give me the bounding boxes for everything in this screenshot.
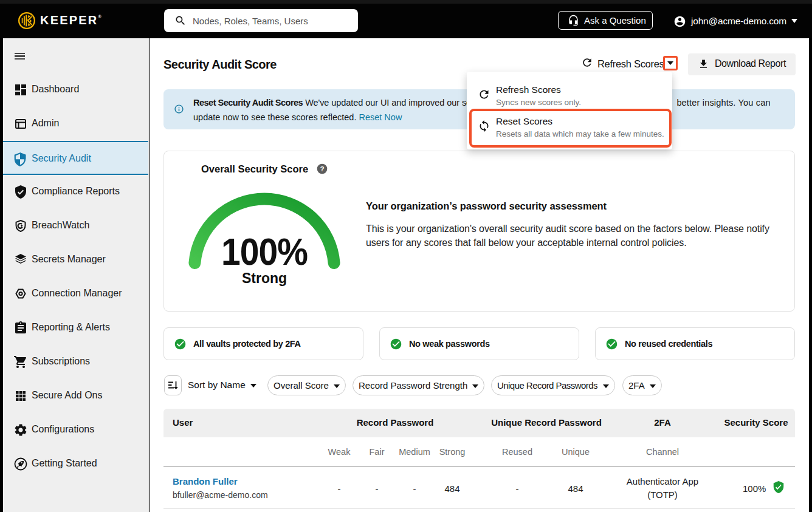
svg-text:?: ? <box>320 165 324 172</box>
